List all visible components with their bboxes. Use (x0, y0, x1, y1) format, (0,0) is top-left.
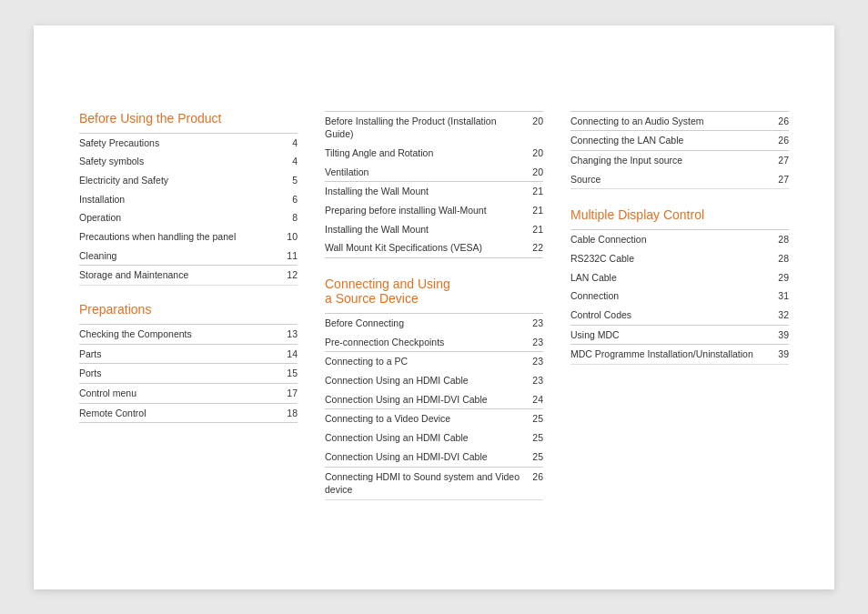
entry-label: Storage and Maintenance (79, 266, 278, 286)
entry-label: Checking the Components (79, 325, 272, 345)
entry-page: 39 (772, 325, 789, 345)
entry-page: 14 (272, 344, 298, 364)
entry-page: 22 (528, 238, 543, 257)
entry-label: Control Codes (570, 306, 772, 325)
entry-label: Installing the Wall Mount (325, 182, 528, 201)
table-row: Connecting the LAN Cable26 (570, 131, 789, 151)
section-heading-connecting: Connecting and Usinga Source Device (325, 277, 543, 306)
table-row: Connecting to a Video Device25 (325, 409, 543, 428)
entry-page: 13 (272, 325, 298, 345)
column-1: Before Using the Product Safety Precauti… (79, 111, 298, 517)
entry-label: Connection Using an HDMI-DVI Cable (325, 390, 528, 409)
entry-label: Connection (570, 287, 772, 306)
entry-label: Installation (79, 190, 278, 209)
page: Before Using the Product Safety Precauti… (34, 25, 834, 589)
entry-label: Safety Precautions (79, 133, 278, 152)
entry-page: 21 (528, 182, 543, 201)
section-heading-before-using: Before Using the Product (79, 111, 298, 126)
entry-label: Connecting to an Audio System (570, 111, 767, 131)
entry-label: Pre-connection Checkpoints (325, 333, 528, 352)
entry-label: MDC Programme Installation/Uninstallatio… (570, 345, 772, 365)
table-row: Preparing before installing Wall-Mount21 (325, 201, 543, 220)
toc-table-preparations: Checking the Components13Parts14Ports15C… (79, 324, 298, 423)
entry-page: 27 (767, 150, 789, 169)
entry-label: Connection Using an HDMI Cable (325, 428, 528, 448)
toc-table-connecting: Before Connecting23Pre-connection Checkp… (325, 313, 543, 500)
entry-label: LAN Cable (570, 268, 772, 287)
entry-page: 23 (528, 333, 543, 352)
table-row: Remote Control18 (79, 403, 298, 423)
entry-page: 12 (278, 266, 298, 286)
table-row: Parts14 (79, 344, 298, 364)
table-row: Connection Using an HDMI Cable23 (325, 371, 543, 390)
toc-table-audio: Connecting to an Audio System26Connectin… (570, 111, 789, 190)
entry-label: Connection Using an HDMI-DVI Cable (325, 448, 528, 467)
table-row: Cleaning11 (79, 247, 298, 266)
entry-page: 20 (528, 144, 543, 163)
entry-page: 23 (528, 314, 543, 333)
section-heading-mdc: Multiple Display Control (570, 207, 789, 222)
entry-page: 20 (528, 163, 543, 182)
entry-page: 27 (767, 170, 789, 189)
table-row: Connecting to an Audio System26 (570, 111, 789, 131)
table-row: Pre-connection Checkpoints23 (325, 333, 543, 352)
content-grid: Before Using the Product Safety Precauti… (79, 111, 789, 517)
entry-page: 25 (528, 409, 543, 428)
entry-label: Cleaning (79, 247, 278, 266)
toc-table-mdc: Cable Connection28RS232C Cable28LAN Cabl… (570, 229, 789, 365)
table-row: Precautions when handling the panel10 (79, 227, 298, 247)
table-row: Safety symbols4 (79, 152, 298, 171)
table-row: Connection Using an HDMI-DVI Cable25 (325, 448, 543, 467)
entry-label: RS232C Cable (570, 249, 772, 268)
entry-label: Installing the Wall Mount (325, 220, 528, 239)
toc-table-installation: Before Installing the Product (Installat… (325, 111, 543, 259)
entry-page: 21 (528, 201, 543, 220)
section-preparations: Preparations Checking the Components13Pa… (79, 302, 298, 423)
entry-label: Connecting the LAN Cable (570, 131, 767, 151)
section-heading-preparations: Preparations (79, 302, 298, 317)
section-installation: Before Installing the Product (Installat… (325, 111, 543, 259)
entry-page: 6 (278, 190, 298, 209)
entry-label: Precautions when handling the panel (79, 227, 278, 247)
entry-label: Preparing before installing Wall-Mount (325, 201, 528, 220)
entry-page: 28 (772, 230, 789, 249)
entry-label: Control menu (79, 384, 272, 404)
entry-label: Connecting to a PC (325, 352, 528, 371)
table-row: Connecting HDMI to Sound system and Vide… (325, 467, 543, 499)
entry-label: Electricity and Safety (79, 171, 278, 190)
table-row: Ventilation20 (325, 163, 543, 182)
table-row: MDC Programme Installation/Uninstallatio… (570, 345, 789, 365)
table-row: Tilting Angle and Rotation20 (325, 144, 543, 163)
table-row: Storage and Maintenance12 (79, 266, 298, 286)
entry-page: 11 (278, 247, 298, 266)
entry-label: Connection Using an HDMI Cable (325, 371, 528, 390)
entry-page: 24 (528, 390, 543, 409)
table-row: Checking the Components13 (79, 325, 298, 345)
entry-page: 26 (767, 131, 789, 151)
entry-page: 4 (278, 152, 298, 171)
section-audio: Connecting to an Audio System26Connectin… (570, 111, 789, 190)
entry-label: Safety symbols (79, 152, 278, 171)
column-2: Before Installing the Product (Installat… (325, 111, 543, 517)
table-row: Changing the Input source27 (570, 150, 789, 169)
entry-page: 25 (528, 448, 543, 467)
table-row: Safety Precautions4 (79, 133, 298, 152)
table-row: Installing the Wall Mount21 (325, 182, 543, 201)
entry-page: 18 (272, 403, 298, 423)
table-row: Connecting to a PC23 (325, 352, 543, 371)
entry-page: 17 (272, 384, 298, 404)
section-connecting: Connecting and Usinga Source Device Befo… (325, 277, 543, 500)
table-row: Before Connecting23 (325, 314, 543, 333)
entry-page: 4 (278, 133, 298, 152)
entry-page: 8 (278, 208, 298, 227)
entry-page: 23 (528, 371, 543, 390)
entry-label: Operation (79, 208, 278, 227)
entry-page: 31 (772, 287, 789, 306)
entry-page: 23 (528, 352, 543, 371)
entry-label: Cable Connection (570, 230, 772, 249)
section-before-using: Before Using the Product Safety Precauti… (79, 111, 298, 287)
section-mdc: Multiple Display Control Cable Connectio… (570, 207, 789, 365)
table-row: Control menu17 (79, 384, 298, 404)
table-row: Before Installing the Product (Installat… (325, 111, 543, 144)
entry-label: Using MDC (570, 325, 772, 345)
